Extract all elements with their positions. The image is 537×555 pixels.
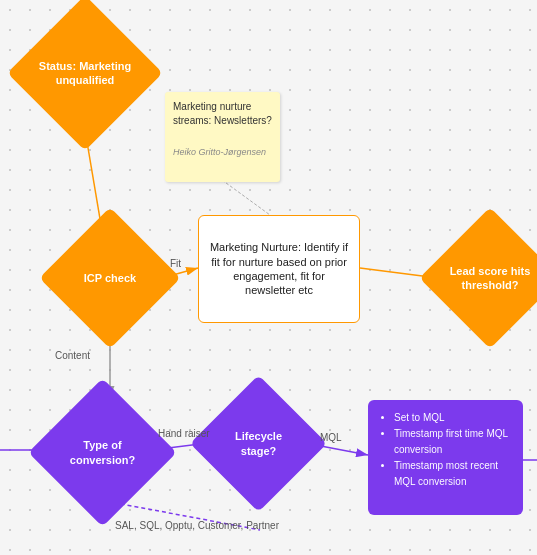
sal-sql-label: SAL, SQL, Opptu, Customer, Partner [115,520,279,531]
type-conversion-diamond: Type of conversion? [28,378,176,526]
content-label: Content [55,350,90,361]
lifecycle-stage-label: Lifecycle stage? [210,395,307,492]
note-text: Marketing nurture streams: Newsletters? [173,100,272,128]
flowchart-container: Status: Marketing unqualified Marketing … [0,0,537,555]
hand-raiser-label: Hand raiser [158,428,210,439]
svg-line-13 [222,180,270,215]
mql-action-1: Set to MQL [394,410,511,426]
fit-label: Fit [170,258,181,269]
note-box: Marketing nurture streams: Newsletters? … [165,92,280,182]
marketing-nurture-label: Marketing Nurture: Identify if fit for n… [207,240,351,297]
lead-score-diamond: Lead score hits threshold? [419,207,537,348]
note-author: Heiko Gritto-Jørgensen [173,146,272,159]
mql-actions-box: Set to MQL Timestamp first time MQL conv… [368,400,523,515]
icp-check-diamond: ICP check [39,207,180,348]
icp-check-label: ICP check [60,228,160,328]
mql-label: MQL [320,432,342,443]
status-marketing-label: Status: Marketing unqualified [30,18,140,128]
mql-action-2: Timestamp first time MQL conversion [394,426,511,458]
mql-actions-list: Set to MQL Timestamp first time MQL conv… [380,410,511,490]
lifecycle-stage-diamond: Lifecycle stage? [190,375,327,512]
type-conversion-label: Type of conversion? [50,400,155,505]
mql-action-3: Timestamp most recent MQL conversion [394,458,511,490]
status-marketing-diamond: Status: Marketing unqualified [7,0,163,151]
marketing-nurture-box: Marketing Nurture: Identify if fit for n… [198,215,360,323]
lead-score-label: Lead score hits threshold? [440,228,537,328]
